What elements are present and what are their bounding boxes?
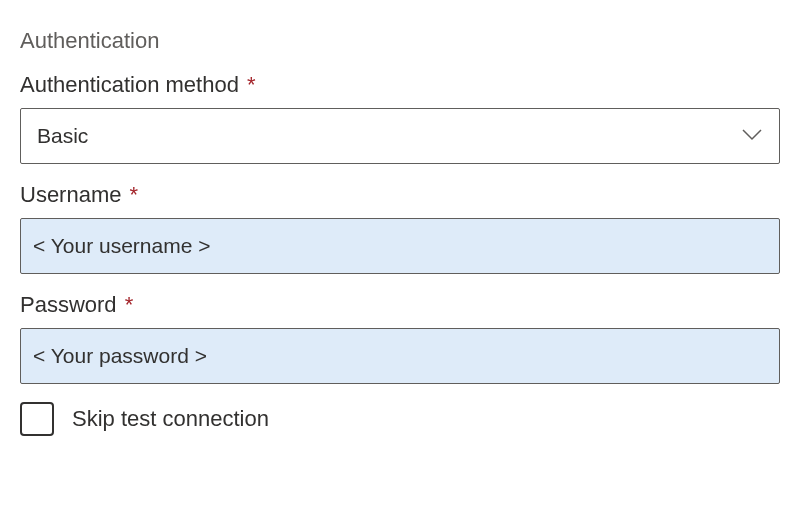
auth-method-label: Authentication method — [20, 72, 239, 97]
required-mark: * — [125, 292, 134, 317]
auth-method-selected-value: Basic — [37, 124, 88, 148]
username-input-wrap — [20, 218, 780, 274]
password-input-wrap — [20, 328, 780, 384]
auth-method-select[interactable]: Basic — [20, 108, 780, 164]
required-mark: * — [130, 182, 139, 207]
required-mark: * — [247, 72, 256, 97]
skip-test-checkbox[interactable] — [20, 402, 54, 436]
username-input[interactable] — [33, 219, 767, 273]
auth-method-label-row: Authentication method * — [20, 72, 791, 98]
skip-test-label: Skip test connection — [72, 406, 269, 432]
username-group: Username * — [20, 182, 791, 274]
password-input[interactable] — [33, 329, 767, 383]
password-group: Password * — [20, 292, 791, 384]
auth-method-group: Authentication method * Basic — [20, 72, 791, 164]
skip-test-row: Skip test connection — [20, 402, 791, 436]
username-label: Username — [20, 182, 121, 207]
username-label-row: Username * — [20, 182, 791, 208]
password-label-row: Password * — [20, 292, 791, 318]
password-label: Password — [20, 292, 117, 317]
auth-method-select-wrap: Basic — [20, 108, 780, 164]
section-heading: Authentication — [20, 28, 791, 54]
